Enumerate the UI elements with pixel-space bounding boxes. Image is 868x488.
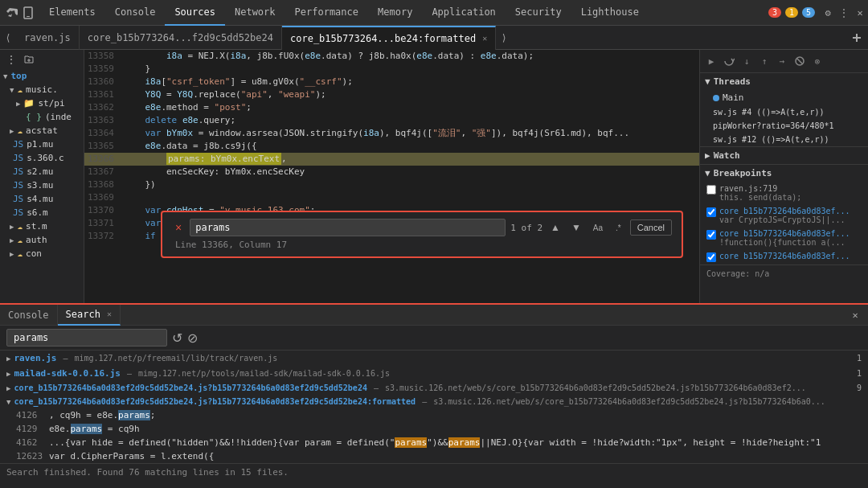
code-scroll[interactable]: 13358 i8a = NEJ.X(i8a, j8b.fU0x(e8e.data… xyxy=(84,50,699,303)
step-out-icon[interactable]: ↑ xyxy=(756,53,772,69)
refresh-search-button[interactable]: ↺ xyxy=(172,330,182,346)
search-result-file-raven[interactable]: ▶ raven.js — mimg.127.net/p/freemail/lib… xyxy=(0,351,868,366)
tab-core-min[interactable]: core_b15b773264...f2d9c5dd52be24 xyxy=(80,26,282,50)
sidebar-item-music[interactable]: ▼ ☁ music. xyxy=(0,83,84,96)
thread-dot xyxy=(713,95,719,101)
code-line: 13360 i8a["csrf_token"] = u8m.gV0x("__cs… xyxy=(84,76,699,88)
regex-button[interactable]: .* xyxy=(612,221,625,235)
inspect-icon[interactable] xyxy=(3,5,19,21)
file-sidebar: ⋮ ▼ top ▼ ☁ music. ▶ 📁 st/pi { } (inde ▶… xyxy=(0,50,84,303)
tab-memory[interactable]: Memory xyxy=(368,0,422,26)
threads-section: ▼ Threads Main sw.js #4 (()=>A(t,e,r)) p… xyxy=(700,73,868,147)
tab-security[interactable]: Security xyxy=(506,0,571,26)
search-results-list[interactable]: ▶ raven.js — mimg.127.net/p/freemail/lib… xyxy=(0,351,868,478)
watch-section: ▶ Watch xyxy=(700,147,868,165)
tab-close-icon[interactable]: ✕ xyxy=(482,34,487,43)
bottom-tab-close-icon[interactable]: ✕ xyxy=(107,310,112,318)
svg-line-7 xyxy=(797,59,802,64)
bottom-tab-console[interactable]: Console xyxy=(0,305,58,326)
clear-search-button[interactable]: × xyxy=(172,219,185,236)
step-icon[interactable]: → xyxy=(774,53,790,69)
warn-badge: 1 xyxy=(785,7,798,18)
settings-icon[interactable]: ⚙ xyxy=(820,5,836,21)
search-result-file-mailad[interactable]: ▶ mailad-sdk-0.0.16.js — mimg.127.net/p/… xyxy=(0,366,868,381)
device-icon[interactable] xyxy=(20,5,36,21)
code-line: 13364 var bYm0x = window.asrsea(JSON.str… xyxy=(84,127,699,140)
tab-raven-js[interactable]: raven.js xyxy=(16,26,80,50)
watch-header[interactable]: ▶ Watch xyxy=(700,147,868,164)
sidebar-item-s360[interactable]: JS s.360.c xyxy=(0,151,84,165)
clear-search-results-button[interactable]: ⊘ xyxy=(187,330,198,346)
resume-icon[interactable]: ▶ xyxy=(703,53,719,69)
step-into-icon[interactable]: ↓ xyxy=(739,53,755,69)
bp-core2[interactable]: core_b15b773264b6a0d83ef... !function(){… xyxy=(700,227,868,249)
search-prev-button[interactable]: ▲ xyxy=(547,220,563,235)
tab-application[interactable]: Application xyxy=(422,0,505,26)
deactivate-bp-icon[interactable] xyxy=(792,53,808,69)
bp-core1[interactable]: core_b15b773264b6a0d83ef... var CryptoJS… xyxy=(700,204,868,227)
sidebar-item-acstat[interactable]: ▶ ☁ acstat xyxy=(0,124,84,137)
sidebar-item-stpi[interactable]: ▶ 📁 st/pi xyxy=(0,96,84,110)
bp-core3[interactable]: core_b15b773264b6a0d83ef... xyxy=(700,249,868,265)
tab-network[interactable]: Network xyxy=(225,0,285,26)
breakpoints-header[interactable]: ▼ Breakpoints xyxy=(700,165,868,182)
sidebar-label: auth xyxy=(26,235,47,245)
case-sensitive-button[interactable]: Aa xyxy=(589,221,607,235)
sidebar-item-s2[interactable]: JS s2.mu xyxy=(0,165,84,178)
sidebar-item-top[interactable]: ▼ top xyxy=(0,69,84,83)
search-result-line[interactable]: 4162 ...{var hide = defined("hidden")&&!… xyxy=(0,436,868,449)
bottom-tab-search[interactable]: Search ✕ xyxy=(58,305,121,326)
code-line: 13369 xyxy=(84,191,699,204)
code-search-input[interactable] xyxy=(190,219,506,236)
step-over-icon[interactable] xyxy=(721,53,737,69)
search-result-line[interactable]: 4129 e8e.params = cq9h xyxy=(0,422,868,436)
search-bar: × 1 of 2 ▲ ▼ Aa .* Cancel xyxy=(172,219,672,236)
tab-sources[interactable]: Sources xyxy=(165,0,225,26)
thread-sw12[interactable]: sw.js #12 (()=>A(t,e,r)) xyxy=(700,133,868,146)
tab-console[interactable]: Console xyxy=(105,0,166,26)
search-next-button[interactable]: ▼ xyxy=(568,220,584,235)
tab-core-formatted[interactable]: core_b15b773264...be24:formatted ✕ xyxy=(282,26,496,50)
search-result-line[interactable]: 12623 var d.CipherParams = l.extend({ xyxy=(0,449,868,463)
thread-main[interactable]: Main xyxy=(700,90,868,105)
bp-checkbox[interactable] xyxy=(706,252,716,262)
sidebar-item-s4[interactable]: JS s4.mu xyxy=(0,192,84,206)
search-cancel-button[interactable]: Cancel xyxy=(630,219,672,236)
code-search-overlay: × 1 of 2 ▲ ▼ Aa .* Cancel Line 13366, Co… xyxy=(161,211,683,258)
code-line: 13368 }) xyxy=(84,178,699,191)
sidebar-item-s3[interactable]: JS s3.mu xyxy=(0,178,84,192)
pause-on-exception-icon[interactable]: ⊗ xyxy=(809,53,825,69)
close-icon[interactable]: ✕ xyxy=(852,5,868,21)
threads-header[interactable]: ▼ Threads xyxy=(700,73,868,90)
sidebar-item-index[interactable]: { } (inde xyxy=(0,110,84,124)
sidebar-label: acstat xyxy=(26,125,58,136)
thread-sw4[interactable]: sw.js #4 (()=>A(t,e,r)) xyxy=(700,105,868,119)
sidebar-item-p1[interactable]: JS p1.mu xyxy=(0,137,84,151)
bp-checkbox[interactable] xyxy=(706,230,716,240)
search-result-file-core-min[interactable]: ▶ core_b15b773264b6a0d83ef2d9c5dd52be24.… xyxy=(0,381,868,395)
sidebar-label: s2.mu xyxy=(27,166,53,177)
bp-checkbox[interactable] xyxy=(706,185,716,195)
bp-raven[interactable]: raven.js:719 this._send(data); xyxy=(700,182,868,204)
tab-scroll-left[interactable]: ⟨ xyxy=(0,30,16,46)
sidebar-label: st/pi xyxy=(38,98,64,109)
bottom-close-icon[interactable]: ✕ xyxy=(847,307,863,323)
sidebar-new-folder-icon[interactable] xyxy=(21,51,37,68)
sidebar-item-con[interactable]: ▶ ☁ con xyxy=(0,247,84,260)
sidebar-more-icon[interactable]: ⋮ xyxy=(3,51,19,68)
search-result-file-core-formatted[interactable]: ▼ core_b15b773264b6a0d83ef2d9c5dd52be24.… xyxy=(0,395,868,408)
code-line: 13361 Y8Q = Y8Q.replace("api", "weapi"); xyxy=(84,88,699,101)
more-icon[interactable]: ⋮ xyxy=(836,5,852,21)
sidebar-item-stm[interactable]: ▶ ☁ st.m xyxy=(0,219,84,233)
tab-lighthouse[interactable]: Lighthouse xyxy=(571,0,649,26)
thread-pipworker[interactable]: pipWorker?ratio=364/480*1 xyxy=(700,119,868,133)
global-search-input[interactable] xyxy=(6,329,167,347)
sidebar-item-s6[interactable]: JS s6.m xyxy=(0,206,84,219)
bp-checkbox[interactable] xyxy=(706,207,716,217)
tab-performance[interactable]: Performance xyxy=(285,0,368,26)
search-result-line[interactable]: 4126 , cq9h = e8e.params; xyxy=(0,408,868,422)
tab-elements[interactable]: Elements xyxy=(39,0,105,26)
tab-scroll-right[interactable]: ⟩ xyxy=(496,30,512,46)
sidebar-item-auth[interactable]: ▶ ☁ auth xyxy=(0,233,84,247)
add-to-workspace-icon[interactable] xyxy=(849,30,865,46)
